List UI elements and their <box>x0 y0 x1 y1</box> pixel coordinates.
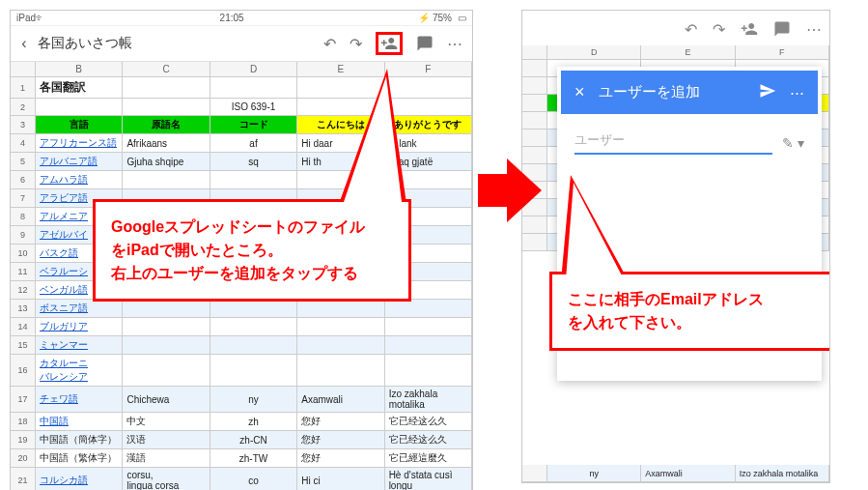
row-number[interactable]: 14 <box>11 318 36 335</box>
redo-icon[interactable]: ↷ <box>713 20 725 39</box>
cell[interactable]: 中国語 <box>36 413 123 430</box>
cell[interactable]: 汉语 <box>123 431 210 448</box>
add-user-icon[interactable] <box>741 20 758 39</box>
cell[interactable]: Axamwali <box>297 387 384 412</box>
table-row: 19中国語（簡体字）汉语zh-CN您好它已经这么久 <box>11 431 472 449</box>
cell[interactable]: 各国翻訳 <box>36 77 123 98</box>
close-icon[interactable]: × <box>574 82 585 102</box>
titlebar: ‹ 各国あいさつ帳 ↶ ↷ ⋯ <box>11 26 472 62</box>
cell[interactable]: 原語名 <box>123 116 210 133</box>
more-icon[interactable]: ⋯ <box>790 84 804 101</box>
row-number[interactable]: 18 <box>11 413 36 430</box>
row-number[interactable]: 2 <box>11 99 36 115</box>
cell[interactable] <box>210 171 297 188</box>
cell[interactable]: カタルーニ バレンシア <box>36 355 123 386</box>
cell[interactable]: zh <box>210 413 297 430</box>
row-number[interactable]: 11 <box>11 263 36 280</box>
cell[interactable]: 您好 <box>297 431 384 448</box>
row-number[interactable]: 10 <box>11 245 36 262</box>
cell[interactable]: Afrikaans <box>123 134 210 152</box>
row-number[interactable]: 20 <box>11 449 36 467</box>
col-head[interactable]: B <box>36 62 123 76</box>
send-icon[interactable] <box>759 82 776 102</box>
cell[interactable] <box>123 300 210 317</box>
back-icon[interactable]: ‹ <box>14 35 34 52</box>
column-headers: D E F <box>522 45 829 60</box>
cell[interactable]: 中文 <box>123 413 210 430</box>
cell[interactable] <box>385 336 472 354</box>
toolbar: ↶ ↷ ⋯ <box>522 11 829 49</box>
cell[interactable]: 您好 <box>297 449 384 467</box>
row-number[interactable]: 7 <box>11 189 36 207</box>
cell[interactable]: 它已经这么久 <box>385 431 472 448</box>
cell[interactable]: ブルガリア <box>36 318 123 335</box>
row-number[interactable]: 9 <box>11 226 36 244</box>
cell[interactable]: アムハラ語 <box>36 171 123 188</box>
cell[interactable]: チェワ語 <box>36 387 123 412</box>
cell[interactable]: sq <box>210 153 297 170</box>
redo-icon[interactable]: ↷ <box>350 35 362 53</box>
cell[interactable]: 言語 <box>36 116 123 133</box>
cell[interactable]: af <box>210 134 297 152</box>
col-head[interactable]: C <box>123 62 210 76</box>
cell[interactable]: コード <box>210 116 297 133</box>
cell[interactable]: 它已经这么久 <box>385 413 472 430</box>
cell[interactable]: 它已經這麼久 <box>385 449 472 467</box>
cell[interactable] <box>210 336 297 354</box>
table-row: 15ミャンマー <box>11 336 472 355</box>
cell[interactable]: 您好 <box>297 413 384 430</box>
cell[interactable] <box>297 318 384 335</box>
row-number[interactable]: 15 <box>11 336 36 354</box>
row-number[interactable]: 21 <box>11 468 36 490</box>
more-icon[interactable]: ⋯ <box>806 20 822 39</box>
cell[interactable] <box>123 336 210 354</box>
row-number[interactable]: 5 <box>11 153 36 170</box>
cell[interactable]: zh-TW <box>210 449 297 467</box>
cell[interactable]: co <box>210 468 297 490</box>
cell[interactable]: 中国語（繁体字） <box>36 449 123 467</box>
cell[interactable]: ボスニア語 <box>36 300 123 317</box>
cell[interactable] <box>123 318 210 335</box>
row-number[interactable]: 3 <box>11 116 36 133</box>
cell[interactable] <box>123 171 210 188</box>
cell[interactable]: Hè d'stata cusì longu <box>385 468 472 490</box>
col-head[interactable]: D <box>210 62 297 76</box>
cell[interactable]: zh-CN <box>210 431 297 448</box>
row-number[interactable]: 1 <box>11 77 36 98</box>
row-number[interactable]: 19 <box>11 431 36 448</box>
more-icon[interactable]: ⋯ <box>447 35 462 53</box>
cell[interactable]: ISO 639-1 <box>210 99 297 115</box>
cell[interactable]: corsu, lingua corsa <box>123 468 210 490</box>
cell[interactable]: アフリカーンス語 <box>36 134 123 152</box>
cell[interactable] <box>297 336 384 354</box>
user-input[interactable]: ユーザー <box>574 131 772 155</box>
cell[interactable]: Chichewa <box>123 387 210 412</box>
cell[interactable]: 中国語（簡体字） <box>36 431 123 448</box>
row-number[interactable]: 4 <box>11 134 36 152</box>
cell[interactable] <box>210 318 297 335</box>
cell[interactable]: ミャンマー <box>36 336 123 354</box>
cell[interactable]: Hi ci <box>297 468 384 490</box>
edit-permission-icon[interactable]: ✎ ▾ <box>782 135 804 151</box>
cell[interactable] <box>385 300 472 317</box>
comment-icon[interactable] <box>773 20 791 39</box>
row-number[interactable]: 6 <box>11 171 36 188</box>
row-number[interactable]: 17 <box>11 387 36 412</box>
row-number[interactable]: 12 <box>11 281 36 299</box>
cell[interactable]: アルバニア語 <box>36 153 123 170</box>
cell[interactable]: Izo zakhala motalika <box>385 387 472 412</box>
cell[interactable] <box>385 318 472 335</box>
row-number[interactable]: 13 <box>11 300 36 317</box>
cell[interactable]: ny <box>210 387 297 412</box>
cell[interactable] <box>210 300 297 317</box>
add-user-icon[interactable] <box>376 32 403 55</box>
cell[interactable]: Gjuha shqipe <box>123 153 210 170</box>
cell[interactable]: コルシカ語 <box>36 468 123 490</box>
cell[interactable]: 漢語 <box>123 449 210 467</box>
cell[interactable] <box>297 300 384 317</box>
undo-icon[interactable]: ↶ <box>323 35 336 53</box>
undo-icon[interactable]: ↶ <box>685 20 697 39</box>
row-number[interactable]: 16 <box>11 355 36 386</box>
comment-icon[interactable] <box>416 35 434 52</box>
row-number[interactable]: 8 <box>11 208 36 225</box>
